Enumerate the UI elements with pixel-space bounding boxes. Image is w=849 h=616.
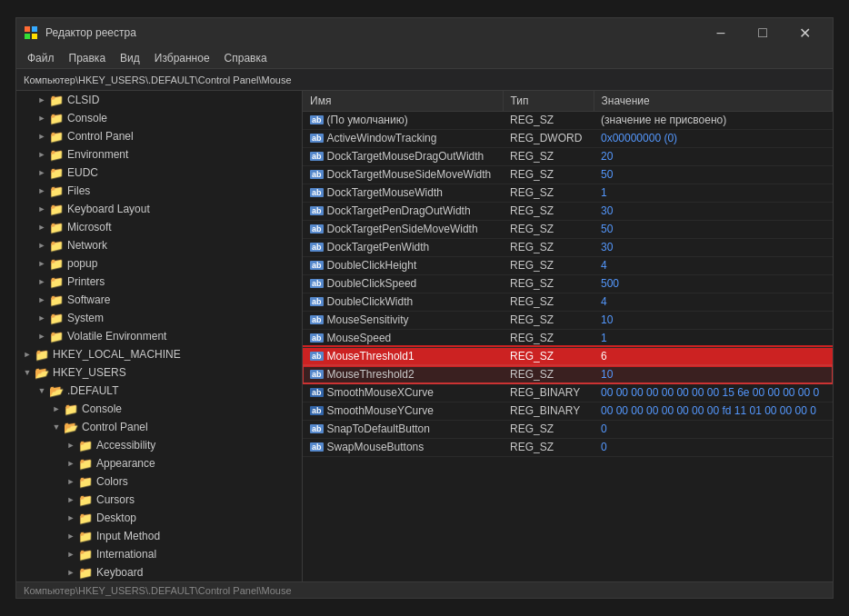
tree-row-popup[interactable]: ► 📁 popup [16, 254, 302, 273]
cell-name: abMouseSpeed [303, 329, 503, 347]
table-row[interactable]: abActiveWindowTrackingREG_DWORD0x0000000… [303, 129, 833, 147]
tree-row-desktop[interactable]: ► 📁 Desktop [16, 509, 302, 527]
cell-value: 4 [594, 256, 833, 274]
table-row[interactable]: abMouseThreshold2REG_SZ10 [303, 365, 833, 383]
tree-row-default[interactable]: ▼ 📂 .DEFAULT [16, 382, 302, 400]
folder-icon: 📁 [49, 165, 64, 180]
tree-node-volatile: ► 📁 Volatile Environment [16, 327, 302, 345]
table-row[interactable]: abDockTargetPenWidthREG_SZ30 [303, 238, 833, 256]
tree-row-console[interactable]: ► 📁 Console [16, 109, 302, 127]
table-row[interactable]: abDockTargetMouseDragOutWidthREG_SZ20 [303, 147, 833, 165]
tree-label-system: System [67, 312, 104, 324]
table-row[interactable]: abDoubleClickSpeedREG_SZ500 [303, 274, 833, 293]
cell-name: abDockTargetPenWidth [303, 238, 503, 256]
cell-name: abMouseSensitivity [303, 311, 503, 329]
tree-row-appearance[interactable]: ► 📁 Appearance [16, 454, 302, 472]
folder-icon: 📁 [49, 256, 64, 271]
folder-icon: 📁 [49, 184, 64, 198]
window-controls: – □ ✕ [700, 18, 825, 47]
tree-pane[interactable]: ► 📁 CLSID ► 📁 Console ► 📁 Control Panel [16, 91, 303, 581]
folder-icon: 📁 [78, 474, 93, 489]
menu-favorites[interactable]: Избранное [147, 49, 217, 67]
cell-name-text: DockTargetMouseWidth [327, 186, 443, 199]
tree-node-eudc: ► 📁 EUDC [16, 164, 302, 182]
table-row[interactable]: abSmoothMouseYCurveREG_BINARY00 00 00 00… [303, 402, 833, 420]
table-row[interactable]: abDoubleClickHeightREG_SZ4 [303, 256, 833, 274]
cell-type: REG_SZ [503, 293, 594, 311]
table-row[interactable]: ab(По умолчанию)REG_SZ(значение не присв… [303, 111, 833, 129]
table-row[interactable]: abDockTargetMouseWidthREG_SZ1 [303, 184, 833, 202]
ab-type-icon: ab [310, 333, 324, 343]
table-row[interactable]: abMouseSpeedREG_SZ1 [303, 329, 833, 347]
expand-icon: ► [35, 238, 49, 253]
cell-value: (значение не присвоено) [594, 111, 833, 129]
title-bar: Редактор реестра – □ ✕ [16, 18, 833, 47]
tree-row-colors[interactable]: ► 📁 Colors [16, 472, 302, 491]
tree-label-network: Network [67, 239, 107, 252]
tree-row-printers[interactable]: ► 📁 Printers [16, 273, 302, 291]
table-row[interactable]: abDockTargetPenDragOutWidthREG_SZ30 [303, 202, 833, 220]
tree-row-microsoft[interactable]: ► 📁 Microsoft [16, 218, 302, 236]
minimize-button[interactable]: – [700, 18, 742, 47]
tree-row-files[interactable]: ► 📁 Files [16, 182, 302, 200]
tree-node-hkusers: ▼ 📂 HKEY_USERS ▼ 📂 .DEFAULT ► [16, 363, 302, 581]
menu-help[interactable]: Справка [217, 49, 275, 67]
table-row[interactable]: abMouseSensitivityREG_SZ10 [303, 311, 833, 329]
cell-name-text: DoubleClickWidth [327, 295, 414, 308]
cell-type: REG_BINARY [503, 383, 594, 402]
folder-icon: 📁 [78, 492, 93, 507]
tree-row-hklm[interactable]: ► 📁 HKEY_LOCAL_MACHINE [16, 345, 302, 363]
tree-row-inputmethod[interactable]: ► 📁 Input Method [16, 527, 302, 545]
maximize-button[interactable]: □ [742, 18, 784, 47]
tree-row-cursors[interactable]: ► 📁 Cursors [16, 491, 302, 509]
expand-icon: ▼ [49, 420, 64, 434]
expand-icon: ► [35, 329, 49, 343]
close-button[interactable]: ✕ [784, 18, 825, 47]
tree-row-clsid[interactable]: ► 📁 CLSID [16, 91, 302, 109]
tree-row-console2[interactable]: ► 📁 Console [16, 400, 302, 418]
ab-type-icon: ab [310, 115, 324, 124]
tree-node-popup: ► 📁 popup [16, 254, 302, 273]
tree-node-files: ► 📁 Files [16, 182, 302, 200]
table-row[interactable]: abMouseThreshold1REG_SZ6 [303, 347, 833, 365]
tree-row-software[interactable]: ► 📁 Software [16, 291, 302, 309]
folder-icon: 📁 [49, 329, 64, 343]
tree-row-controlpanel[interactable]: ► 📁 Control Panel [16, 127, 302, 145]
expand-icon: ► [35, 129, 49, 144]
tree-node-network: ► 📁 Network [16, 236, 302, 254]
col-value: Значение [594, 91, 833, 111]
col-name: Имя [303, 91, 503, 111]
menu-view[interactable]: Вид [113, 49, 147, 67]
tree-row-network[interactable]: ► 📁 Network [16, 236, 302, 254]
table-row[interactable]: abDockTargetPenSideMoveWidthREG_SZ50 [303, 220, 833, 238]
table-row[interactable]: abSmoothMouseXCurveREG_BINARY00 00 00 00… [303, 383, 833, 402]
tree-node-system: ► 📁 System [16, 309, 302, 327]
table-row[interactable]: abDoubleClickWidthREG_SZ4 [303, 293, 833, 311]
ab-type-icon: ab [310, 224, 324, 233]
cell-name-text: (По умолчанию) [327, 114, 408, 126]
tree-row-accessibility[interactable]: ► 📁 Accessibility [16, 436, 302, 454]
tree-row-controlpanel2[interactable]: ▼ 📂 Control Panel [16, 418, 302, 436]
tree-row-keyboard[interactable]: ► 📁 Keyboard [16, 563, 302, 581]
ab-type-icon: ab [310, 188, 324, 197]
cell-type: REG_SZ [503, 438, 594, 456]
tree-row-eudc[interactable]: ► 📁 EUDC [16, 164, 302, 182]
table-row[interactable]: abSnapToDefaultButtonREG_SZ0 [303, 420, 833, 438]
window-title: Редактор реестра [45, 26, 700, 39]
tree-row-international[interactable]: ► 📁 International [16, 545, 302, 563]
folder-icon: 📁 [49, 111, 64, 125]
cell-value: 50 [594, 165, 833, 184]
tree-row-environment[interactable]: ► 📁 Environment [16, 145, 302, 164]
expand-icon: ▼ [20, 365, 35, 380]
tree-row-keyboardlayout[interactable]: ► 📁 Keyboard Layout [16, 200, 302, 218]
tree-row-volatile[interactable]: ► 📁 Volatile Environment [16, 327, 302, 345]
cell-type: REG_SZ [503, 329, 594, 347]
cell-name: abDoubleClickHeight [303, 256, 503, 274]
table-row[interactable]: abDockTargetMouseSideMoveWidthREG_SZ50 [303, 165, 833, 184]
tree-row-hkusers[interactable]: ▼ 📂 HKEY_USERS [16, 363, 302, 382]
menu-edit[interactable]: Правка [62, 49, 114, 67]
tree-row-system[interactable]: ► 📁 System [16, 309, 302, 327]
table-row[interactable]: abSwapMouseButtonsREG_SZ0 [303, 438, 833, 456]
cell-type: REG_SZ [503, 347, 594, 365]
menu-file[interactable]: Файл [20, 49, 62, 67]
